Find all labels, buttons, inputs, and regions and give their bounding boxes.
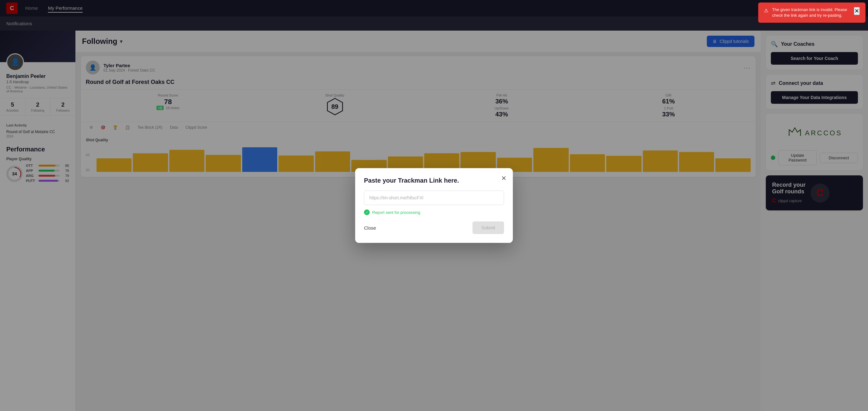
warning-icon: ⚠ xyxy=(764,7,768,14)
toast-close-button[interactable]: ✕ xyxy=(854,7,860,15)
success-icon: ✓ xyxy=(364,210,370,215)
modal-close-button[interactable]: ✕ xyxy=(501,175,506,182)
modal-actions: Close Submit xyxy=(364,221,504,234)
modal-overlay: Paste your Trackman Link here. ✕ ✓ Repor… xyxy=(0,0,868,411)
error-toast: ⚠ The given trackman link is invalid. Pl… xyxy=(758,2,866,23)
trackman-link-input[interactable] xyxy=(364,191,504,205)
modal-submit-button[interactable]: Submit xyxy=(472,221,504,234)
success-message: ✓ Report sent for processing xyxy=(364,210,504,215)
success-text: Report sent for processing xyxy=(372,210,420,215)
trackman-modal: Paste your Trackman Link here. ✕ ✓ Repor… xyxy=(355,168,513,243)
modal-close-text-button[interactable]: Close xyxy=(364,225,376,230)
modal-title: Paste your Trackman Link here. xyxy=(364,177,504,184)
toast-message: The given trackman link is invalid. Plea… xyxy=(772,7,850,18)
